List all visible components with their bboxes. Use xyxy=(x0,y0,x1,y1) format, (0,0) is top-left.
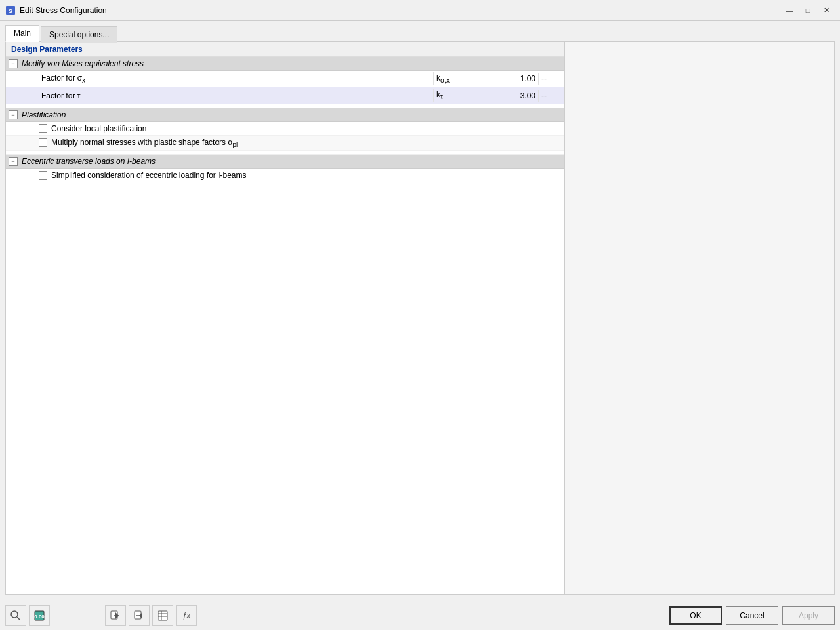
cancel-button[interactable]: Cancel xyxy=(726,606,778,625)
content-wrapper: Design Parameters − Modify von Mises equ… xyxy=(0,42,840,600)
factor-sigma-x-unit: -- xyxy=(538,73,564,85)
export-tool-icon xyxy=(133,610,145,621)
local-plastification-row: Consider local plastification xyxy=(6,122,564,136)
svg-text:ƒx: ƒx xyxy=(182,611,192,620)
close-button[interactable]: ✕ xyxy=(818,4,835,17)
search-tool-icon xyxy=(10,610,22,621)
title-bar-controls: — □ ✕ xyxy=(781,4,835,17)
svg-line-3 xyxy=(17,617,20,620)
svg-text:S: S xyxy=(9,8,12,14)
design-parameters-header: Design Parameters xyxy=(6,42,564,57)
function-tool-icon: ƒx xyxy=(180,610,192,621)
svg-rect-12 xyxy=(158,611,167,620)
import-tool-button[interactable] xyxy=(105,605,126,626)
table-tool-button[interactable] xyxy=(152,605,173,626)
factor-tau-param: kτ xyxy=(433,89,486,102)
title-bar-text: Edit Stress Configuration xyxy=(20,6,781,15)
search-tool-button[interactable] xyxy=(5,605,26,626)
factor-tau-label: Factor for τ xyxy=(39,90,433,102)
factor-tau-row: Factor for τ kτ 3.00 -- xyxy=(6,87,564,104)
toolbar-right: OK Cancel Apply xyxy=(669,606,835,625)
toolbar-left: 0.00 xyxy=(5,605,669,626)
minimize-button[interactable]: — xyxy=(781,4,798,17)
ok-button[interactable]: OK xyxy=(669,606,722,625)
export-tool-button[interactable] xyxy=(129,605,150,626)
dialog: Main Special options... Design Parameter… xyxy=(0,21,840,600)
multiply-stresses-row: Multiply normal stresses with plastic sh… xyxy=(6,136,564,151)
tab-special-options[interactable]: Special options... xyxy=(41,26,117,43)
local-plastification-label: Consider local plastification xyxy=(51,124,146,133)
local-plastification-checkbox[interactable] xyxy=(39,124,47,133)
right-panel xyxy=(565,42,834,594)
plastification-expand-icon[interactable]: − xyxy=(9,110,18,119)
plastification-section-row: − Plastification xyxy=(6,108,564,122)
left-panel: Design Parameters − Modify von Mises equ… xyxy=(6,42,565,594)
factor-tau-value: 3.00 xyxy=(486,90,538,102)
eccentric-section-row: − Eccentric transverse loads on I-beams xyxy=(6,155,564,169)
table-tool-icon xyxy=(157,610,169,621)
simplified-eccentric-row: Simplified consideration of eccentric lo… xyxy=(6,169,564,182)
maximize-button[interactable]: □ xyxy=(799,4,816,17)
title-bar: S Edit Stress Configuration — □ ✕ xyxy=(0,0,840,21)
von-mises-expand-icon[interactable]: − xyxy=(9,59,18,68)
eccentric-label: Eccentric transverse loads on I-beams xyxy=(22,157,156,166)
factor-sigma-x-value: 1.00 xyxy=(486,73,538,85)
simplified-eccentric-checkbox[interactable] xyxy=(39,171,47,180)
svg-point-2 xyxy=(11,611,18,618)
app-icon: S xyxy=(5,5,16,16)
factor-sigma-x-param: kσ,x xyxy=(433,72,486,85)
multiply-stresses-label: Multiply normal stresses with plastic sh… xyxy=(51,138,238,148)
tab-main[interactable]: Main xyxy=(5,25,39,42)
von-mises-label: Modify von Mises equivalent stress xyxy=(22,59,144,68)
bottom-toolbar: 0.00 xyxy=(0,600,840,630)
multiply-stresses-checkbox[interactable] xyxy=(39,138,47,147)
factor-sigma-x-label: Factor for σx xyxy=(39,72,433,85)
function-tool-button[interactable]: ƒx xyxy=(176,605,197,626)
import-tool-icon xyxy=(110,610,121,621)
factor-sigma-x-row: Factor for σx kσ,x 1.00 -- xyxy=(6,71,564,87)
apply-button[interactable]: Apply xyxy=(782,606,835,625)
factor-tau-unit: -- xyxy=(538,90,564,102)
svg-text:0.00: 0.00 xyxy=(34,614,45,620)
eccentric-expand-icon[interactable]: − xyxy=(9,157,18,166)
calculator-tool-icon: 0.00 xyxy=(33,610,45,621)
simplified-eccentric-label: Simplified consideration of eccentric lo… xyxy=(51,171,246,180)
calculator-tool-button[interactable]: 0.00 xyxy=(29,605,50,626)
main-content: Design Parameters − Modify von Mises equ… xyxy=(5,41,835,595)
tab-bar: Main Special options... xyxy=(0,21,840,42)
plastification-label: Plastification xyxy=(22,110,66,119)
von-mises-section-row: − Modify von Mises equivalent stress xyxy=(6,57,564,71)
